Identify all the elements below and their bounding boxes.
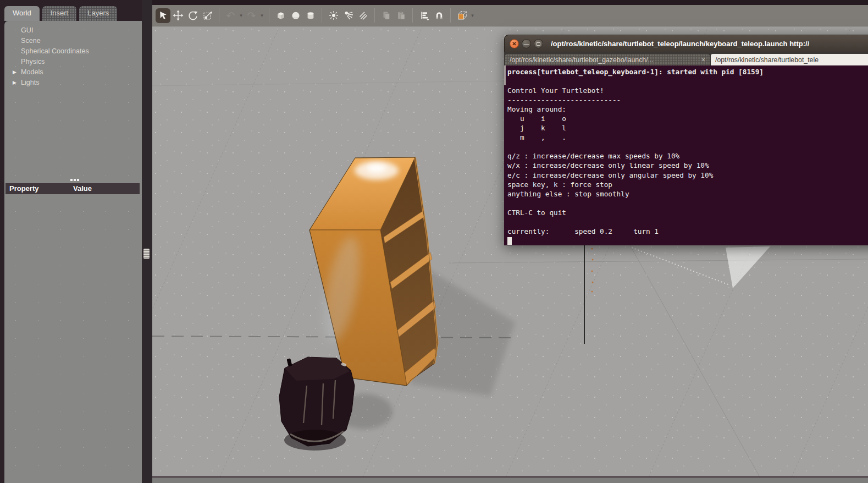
terminal-line bbox=[507, 76, 868, 86]
terminal-output[interactable]: process[turtlebot_teleop_keyboard-1]: st… bbox=[504, 65, 868, 245]
directional-light-icon bbox=[358, 10, 369, 21]
panel-splitter[interactable] bbox=[142, 0, 152, 483]
cylinder-icon bbox=[305, 10, 316, 21]
expand-arrow-icon[interactable]: ▶ bbox=[13, 78, 16, 88]
terminal-tab-teleop[interactable]: /opt/ros/kinetic/share/turtlebot_tele bbox=[711, 54, 868, 65]
select-tool-button[interactable] bbox=[156, 8, 170, 23]
terminal-cursor bbox=[507, 237, 512, 245]
undo-button[interactable]: ↶ bbox=[223, 8, 238, 23]
tree-item-lights[interactable]: ▶Lights bbox=[4, 78, 142, 88]
viewport-bottom-bar bbox=[152, 476, 868, 483]
terminal-line bbox=[507, 142, 868, 151]
copy-button[interactable] bbox=[379, 8, 394, 23]
splitter-grip-handle[interactable] bbox=[143, 249, 150, 259]
tree-item-label: Scene bbox=[21, 37, 41, 45]
window-maximize-button[interactable] bbox=[534, 39, 543, 48]
terminal-scrollbar[interactable] bbox=[504, 65, 506, 85]
copy-icon bbox=[381, 10, 392, 21]
point-light-button[interactable] bbox=[326, 8, 341, 23]
close-icon: ✕ bbox=[512, 41, 516, 47]
terminal-line bbox=[507, 199, 868, 208]
tree-item-scene[interactable]: Scene bbox=[4, 36, 142, 46]
tree-item-label: Lights bbox=[21, 79, 40, 86]
terminal-tab-gazebo[interactable]: /opt/ros/kinetic/share/turtlebot_gazebo/… bbox=[505, 54, 710, 65]
toolbar-separator bbox=[412, 8, 413, 23]
panel-tab-bar: World Insert Layers bbox=[4, 6, 117, 21]
world-tree: GUI Scene Spherical Coordinates Physics … bbox=[4, 25, 142, 88]
redo-history-caret[interactable]: ▾ bbox=[259, 13, 265, 18]
align-button[interactable] bbox=[417, 8, 432, 23]
align-icon bbox=[419, 10, 430, 21]
tab-close-icon[interactable]: × bbox=[701, 56, 705, 64]
paste-button[interactable] bbox=[394, 8, 408, 23]
left-panel: World Insert Layers GUI Scene Spherical … bbox=[0, 0, 142, 483]
scale-tool-button[interactable] bbox=[200, 8, 215, 23]
main-toolbar: ↶ ▾ ↷ ▾ bbox=[152, 5, 868, 26]
tree-item-physics[interactable]: Physics bbox=[4, 57, 142, 67]
tree-item-label: Spherical Coordinates bbox=[21, 47, 89, 55]
terminal-window[interactable]: ✕ — /opt/ros/kinetic/share/turtlebot_tel… bbox=[504, 35, 868, 245]
terminal-line: Moving around: bbox=[507, 105, 868, 114]
toolbar-separator bbox=[450, 8, 451, 23]
window-minimize-button[interactable]: — bbox=[522, 39, 531, 48]
insert-cylinder-button[interactable] bbox=[303, 8, 318, 23]
terminal-line: --------------------------- bbox=[507, 95, 868, 105]
terminal-tab-label: /opt/ros/kinetic/share/turtlebot_tele bbox=[715, 56, 868, 64]
rotate-tool-button[interactable] bbox=[185, 8, 200, 23]
translate-tool-button[interactable] bbox=[170, 8, 185, 23]
tree-item-label: Physics bbox=[21, 58, 45, 65]
redo-icon: ↷ bbox=[247, 10, 256, 21]
move-icon bbox=[173, 10, 184, 21]
tab-world[interactable]: World bbox=[4, 6, 40, 21]
terminal-line: e/c : increase/decrease only angular spe… bbox=[507, 171, 868, 180]
terminal-line: u i o bbox=[507, 114, 868, 123]
insert-sphere-button[interactable] bbox=[288, 8, 303, 23]
view-cube-icon bbox=[456, 9, 468, 21]
redo-button[interactable]: ↷ bbox=[244, 8, 259, 23]
terminal-line bbox=[507, 217, 868, 227]
toolbar-separator bbox=[269, 8, 269, 23]
terminal-line: process[turtlebot_teleop_keyboard-1]: st… bbox=[507, 67, 868, 76]
turtlebot-model[interactable] bbox=[279, 357, 355, 451]
terminal-titlebar[interactable]: ✕ — /opt/ros/kinetic/share/turtlebot_tel… bbox=[504, 35, 868, 52]
terminal-line: Control Your Turtlebot! bbox=[507, 86, 868, 95]
undo-history-caret[interactable]: ▾ bbox=[238, 13, 244, 18]
directional-light-button[interactable] bbox=[356, 8, 371, 23]
tree-item-label: GUI bbox=[21, 26, 33, 34]
tab-insert[interactable]: Insert bbox=[42, 6, 77, 21]
terminal-tab-bar: /opt/ros/kinetic/share/turtlebot_gazebo/… bbox=[504, 52, 868, 65]
tab-layers[interactable]: Layers bbox=[79, 6, 117, 21]
tree-item-gui[interactable]: GUI bbox=[4, 25, 142, 36]
cursor-arrow-icon bbox=[158, 10, 169, 21]
undo-icon: ↶ bbox=[226, 10, 235, 21]
terminal-line: q/z : increase/decrease max speeds by 10… bbox=[507, 151, 868, 161]
box-icon bbox=[275, 10, 286, 21]
expand-arrow-icon[interactable]: ▶ bbox=[13, 67, 16, 78]
window-close-button[interactable]: ✕ bbox=[510, 39, 519, 48]
terminal-line: m , . bbox=[507, 133, 868, 142]
tree-item-models[interactable]: ▶Models bbox=[4, 67, 142, 78]
terminal-line: j k l bbox=[507, 123, 868, 133]
spot-light-icon bbox=[343, 10, 354, 21]
insert-box-button[interactable] bbox=[273, 8, 288, 23]
tree-item-spherical-coordinates[interactable]: Spherical Coordinates bbox=[4, 46, 142, 57]
terminal-line: CTRL-C to quit bbox=[507, 208, 868, 217]
terminal-cursor-line bbox=[507, 236, 868, 245]
sphere-icon bbox=[290, 10, 301, 21]
property-table-header: Property Value bbox=[5, 183, 140, 194]
terminal-line: space key, k : force stop bbox=[507, 180, 868, 189]
terminal-line: w/x : increase/decrease only linear spee… bbox=[507, 161, 868, 170]
paste-icon bbox=[396, 10, 407, 21]
spot-light-button[interactable] bbox=[341, 8, 356, 23]
toolbar-separator bbox=[374, 8, 375, 23]
world-tree-panel: GUI Scene Spherical Coordinates Physics … bbox=[4, 21, 142, 483]
terminal-window-title: /opt/ros/kinetic/share/turtlebot_teleop/… bbox=[551, 40, 809, 48]
terminal-line: anything else : stop smoothly bbox=[507, 189, 868, 199]
column-resize-grip[interactable] bbox=[70, 179, 73, 181]
magnet-icon bbox=[434, 10, 445, 21]
window-top-strip bbox=[142, 0, 868, 5]
maximize-icon bbox=[537, 42, 540, 46]
snap-button[interactable] bbox=[432, 8, 446, 23]
view-angle-button[interactable] bbox=[455, 8, 469, 23]
view-angle-caret[interactable]: ▾ bbox=[469, 13, 476, 18]
